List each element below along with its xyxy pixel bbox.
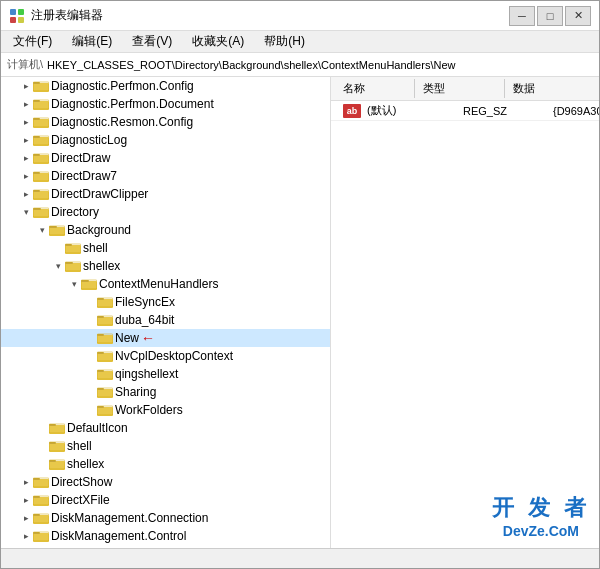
regedit-window: 注册表编辑器 ─ □ ✕ 文件(F) 编辑(E) 查看(V) 收藏夹(A) 帮助… bbox=[0, 0, 600, 569]
svg-rect-44 bbox=[97, 316, 104, 318]
tree-collapse-icon[interactable]: ▸ bbox=[19, 187, 33, 201]
folder-icon bbox=[33, 511, 49, 525]
cell-name: ab (默认) bbox=[335, 103, 455, 118]
column-headers: 名称 类型 数据 bbox=[331, 77, 599, 101]
tree-item-shellex2[interactable]: shellex bbox=[1, 455, 330, 473]
tree-item-directdraw[interactable]: ▸DirectDraw bbox=[1, 149, 330, 167]
menu-help[interactable]: 帮助(H) bbox=[256, 31, 313, 52]
svg-rect-38 bbox=[81, 280, 89, 282]
tree-collapse-icon[interactable]: ▸ bbox=[19, 475, 33, 489]
tree-item-diagnostic-perfmon-config[interactable]: ▸Diagnostic.Perfmon.Config bbox=[1, 77, 330, 95]
registry-row-0[interactable]: ab (默认) REG_SZ {D969A300-E bbox=[331, 101, 599, 121]
col-data[interactable]: 数据 bbox=[505, 79, 599, 98]
cell-type: REG_SZ bbox=[455, 105, 545, 117]
tree-no-toggle bbox=[35, 439, 49, 453]
tree-item-directdrawclipper[interactable]: ▸DirectDrawClipper bbox=[1, 185, 330, 203]
menu-favorites[interactable]: 收藏夹(A) bbox=[184, 31, 252, 52]
svg-rect-17 bbox=[33, 154, 40, 156]
tree-collapse-icon[interactable]: ▸ bbox=[19, 79, 33, 93]
svg-rect-2 bbox=[10, 17, 16, 23]
tree-no-toggle bbox=[83, 403, 97, 417]
col-type[interactable]: 类型 bbox=[415, 79, 505, 98]
folder-icon bbox=[33, 151, 49, 165]
tree-pane[interactable]: ▸Diagnostic.Perfmon.Config▸Diagnostic.Pe… bbox=[1, 77, 331, 548]
menu-view[interactable]: 查看(V) bbox=[124, 31, 180, 52]
folder-icon bbox=[33, 169, 49, 183]
menu-file[interactable]: 文件(F) bbox=[5, 31, 60, 52]
svg-rect-40 bbox=[97, 299, 113, 308]
minimize-button[interactable]: ─ bbox=[509, 6, 535, 26]
tree-item-contextmenuhandlers[interactable]: ▾ContextMenuHandlers bbox=[1, 275, 330, 293]
tree-expand-icon[interactable]: ▾ bbox=[67, 277, 81, 291]
tree-collapse-icon[interactable]: ▸ bbox=[19, 511, 33, 525]
tree-item-background[interactable]: ▾Background bbox=[1, 221, 330, 239]
tree-item-directxfile[interactable]: ▸DirectXFile bbox=[1, 491, 330, 509]
tree-item-diagnostic-perfmon-document[interactable]: ▸Diagnostic.Perfmon.Document bbox=[1, 95, 330, 113]
tree-expand-icon[interactable]: ▾ bbox=[51, 259, 65, 273]
svg-rect-62 bbox=[49, 424, 56, 426]
tree-no-toggle bbox=[83, 331, 97, 345]
svg-rect-10 bbox=[33, 119, 49, 128]
tree-item-diagnostic-resmon-config[interactable]: ▸Diagnostic.Resmon.Config bbox=[1, 113, 330, 131]
tree-collapse-icon[interactable]: ▸ bbox=[19, 151, 33, 165]
tree-item-directshow[interactable]: ▸DirectShow bbox=[1, 473, 330, 491]
title-bar-left: 注册表编辑器 bbox=[9, 7, 103, 24]
tree-label: DefaultIcon bbox=[67, 421, 128, 435]
tree-item-workfolders[interactable]: WorkFolders bbox=[1, 401, 330, 419]
tree-item-diskmanagement-control[interactable]: ▸DiskManagement.Control bbox=[1, 527, 330, 545]
col-name[interactable]: 名称 bbox=[335, 79, 415, 98]
tree-item-diskmanagement-connection[interactable]: ▸DiskManagement.Connection bbox=[1, 509, 330, 527]
tree-collapse-icon[interactable]: ▸ bbox=[19, 169, 33, 183]
svg-rect-52 bbox=[97, 371, 113, 380]
tree-item-filesynex[interactable]: FileSyncEx bbox=[1, 293, 330, 311]
main-area: ▸Diagnostic.Perfmon.Config▸Diagnostic.Pe… bbox=[1, 77, 599, 548]
svg-rect-5 bbox=[33, 82, 40, 84]
svg-rect-29 bbox=[49, 226, 57, 228]
svg-rect-31 bbox=[65, 245, 81, 254]
tree-item-nvcpldesktopcontext[interactable]: NvCplDesktopContext bbox=[1, 347, 330, 365]
tree-item-new[interactable]: New← bbox=[1, 329, 330, 347]
tree-item-diagnosticlog[interactable]: ▸DiagnosticLog bbox=[1, 131, 330, 149]
tree-item-shell[interactable]: shell bbox=[1, 239, 330, 257]
tree-item-directory[interactable]: ▾Directory bbox=[1, 203, 330, 221]
address-path[interactable]: HKEY_CLASSES_ROOT\Directory\Background\s… bbox=[47, 59, 593, 71]
menu-edit[interactable]: 编辑(E) bbox=[64, 31, 120, 52]
tree-collapse-icon[interactable]: ▸ bbox=[19, 97, 33, 111]
svg-rect-43 bbox=[97, 317, 113, 326]
tree-collapse-icon[interactable]: ▸ bbox=[19, 529, 33, 543]
tree-item-qingshellext[interactable]: qingshellext bbox=[1, 365, 330, 383]
svg-rect-59 bbox=[97, 406, 104, 408]
folder-icon bbox=[97, 403, 113, 417]
tree-item-directdraw7[interactable]: ▸DirectDraw7 bbox=[1, 167, 330, 185]
maximize-button[interactable]: □ bbox=[537, 6, 563, 26]
tree-collapse-icon[interactable]: ▸ bbox=[19, 133, 33, 147]
svg-rect-26 bbox=[33, 208, 41, 210]
tree-label: DiskManagement.Connection bbox=[51, 511, 208, 525]
svg-rect-53 bbox=[97, 370, 104, 372]
svg-rect-65 bbox=[49, 442, 56, 444]
tree-label: shell bbox=[83, 241, 108, 255]
folder-icon bbox=[97, 349, 113, 363]
tree-item-shellex[interactable]: ▾shellex bbox=[1, 257, 330, 275]
tree-label: Diagnostic.Perfmon.Document bbox=[51, 97, 214, 111]
tree-expand-icon[interactable]: ▾ bbox=[35, 223, 49, 237]
folder-icon bbox=[33, 187, 49, 201]
tree-label: Directory bbox=[51, 205, 99, 219]
tree-collapse-icon[interactable]: ▸ bbox=[19, 493, 33, 507]
folder-icon bbox=[49, 439, 65, 453]
tree-item-duba_64bit[interactable]: duba_64bit bbox=[1, 311, 330, 329]
tree-item-shell2[interactable]: shell bbox=[1, 437, 330, 455]
folder-icon bbox=[49, 223, 65, 237]
tree-item-defaulticon[interactable]: DefaultIcon bbox=[1, 419, 330, 437]
close-button[interactable]: ✕ bbox=[565, 6, 591, 26]
tree-label: Diagnostic.Perfmon.Config bbox=[51, 79, 194, 93]
tree-no-toggle bbox=[83, 349, 97, 363]
folder-icon bbox=[97, 313, 113, 327]
folder-icon bbox=[33, 475, 49, 489]
tree-expand-icon[interactable]: ▾ bbox=[19, 205, 33, 219]
tree-item-sharing[interactable]: Sharing bbox=[1, 383, 330, 401]
folder-icon bbox=[65, 259, 81, 273]
svg-rect-32 bbox=[65, 244, 72, 246]
svg-rect-70 bbox=[33, 479, 49, 488]
tree-collapse-icon[interactable]: ▸ bbox=[19, 115, 33, 129]
